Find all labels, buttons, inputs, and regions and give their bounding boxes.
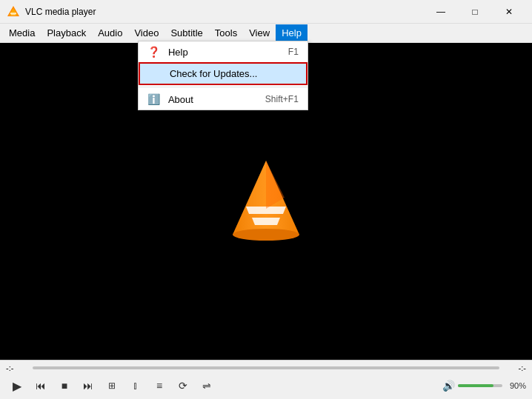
dropdown-item-check-updates[interactable]: Check for Updates... bbox=[139, 62, 307, 85]
volume-area: 🔊 90% bbox=[442, 380, 526, 392]
help-item-icon: ❓ bbox=[147, 46, 162, 58]
play-button[interactable]: ▶ bbox=[6, 375, 28, 396]
svg-rect-2 bbox=[10, 13, 16, 14]
prev-button[interactable]: ⏮ bbox=[30, 375, 52, 396]
seek-bar[interactable] bbox=[33, 366, 499, 369]
menu-divider bbox=[139, 87, 307, 87]
volume-fill bbox=[458, 384, 493, 387]
dropdown-item-about[interactable]: ℹ️ About Shift+F1 bbox=[139, 89, 307, 110]
controls-bar: -:- -:- ▶ ⏮ ■ ⏭ ⊞ ⫿ ≡ ⟳ ⇌ 🔊 90% bbox=[0, 360, 532, 399]
buttons-row: ▶ ⏮ ■ ⏭ ⊞ ⫿ ≡ ⟳ ⇌ 🔊 90% bbox=[6, 375, 526, 396]
about-label: About bbox=[168, 94, 250, 105]
menu-item-view[interactable]: View bbox=[243, 24, 276, 41]
help-item-shortcut: F1 bbox=[288, 47, 299, 57]
app-title: VLC media player bbox=[25, 7, 424, 17]
menu-item-playback[interactable]: Playback bbox=[41, 24, 92, 41]
svg-point-8 bbox=[233, 229, 299, 241]
check-updates-label: Check for Updates... bbox=[170, 68, 282, 79]
dropdown-item-help[interactable]: ❓ Help F1 bbox=[139, 41, 307, 62]
loop-button[interactable]: ⟳ bbox=[172, 375, 194, 396]
volume-icon: 🔊 bbox=[442, 380, 455, 392]
playlist-button[interactable]: ≡ bbox=[148, 375, 170, 396]
svg-marker-7 bbox=[252, 218, 280, 225]
next-button[interactable]: ⏭ bbox=[77, 375, 99, 396]
maximize-button[interactable]: □ bbox=[458, 0, 492, 24]
menu-item-help[interactable]: Help ❓ Help F1 Check for Updates... ℹ️ A… bbox=[276, 24, 307, 41]
help-dropdown: ❓ Help F1 Check for Updates... ℹ️ About … bbox=[138, 41, 308, 110]
vlc-cone bbox=[218, 153, 314, 249]
title-bar: VLC media player — □ ✕ bbox=[0, 0, 532, 24]
menu-bar: Media Playback Audio Video Subtitle Tool… bbox=[0, 24, 532, 43]
menu-item-subtitle[interactable]: Subtitle bbox=[164, 24, 208, 41]
menu-item-media[interactable]: Media bbox=[3, 24, 41, 41]
volume-label: 90% bbox=[505, 381, 526, 390]
total-time: -:- bbox=[504, 363, 526, 372]
window-controls: — □ ✕ bbox=[424, 0, 526, 24]
current-time: -:- bbox=[6, 363, 28, 372]
shuffle-button[interactable]: ⇌ bbox=[196, 375, 218, 396]
help-item-label: Help bbox=[168, 47, 273, 58]
svg-rect-3 bbox=[11, 14, 16, 16]
seek-bar-row: -:- -:- bbox=[6, 363, 526, 372]
menu-item-audio[interactable]: Audio bbox=[92, 24, 128, 41]
about-icon: ℹ️ bbox=[147, 93, 162, 105]
stop-button[interactable]: ■ bbox=[53, 375, 76, 396]
about-shortcut: Shift+F1 bbox=[265, 94, 299, 104]
volume-bar[interactable] bbox=[458, 384, 502, 387]
minimize-button[interactable]: — bbox=[424, 0, 458, 24]
menu-item-tools[interactable]: Tools bbox=[209, 24, 243, 41]
frame-button[interactable]: ⊞ bbox=[101, 375, 123, 396]
app-icon bbox=[6, 4, 21, 19]
eq-button[interactable]: ⫿ bbox=[124, 375, 147, 396]
close-button[interactable]: ✕ bbox=[492, 0, 526, 24]
menu-item-video[interactable]: Video bbox=[128, 24, 164, 41]
